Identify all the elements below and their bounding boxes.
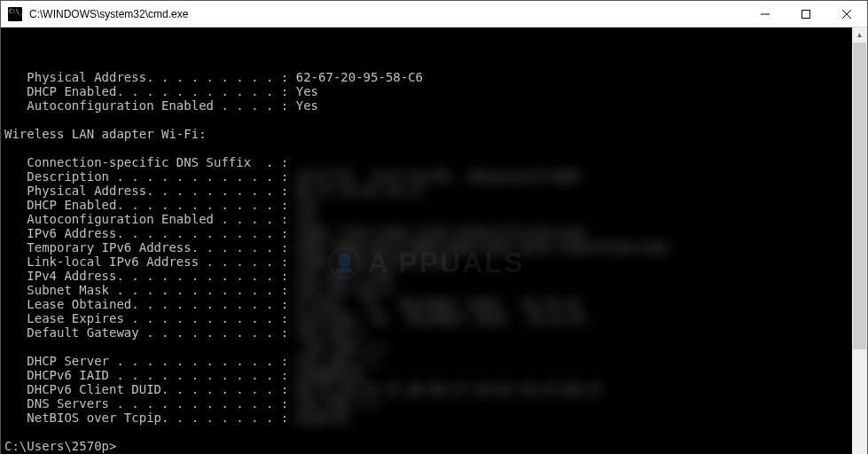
field-label: DHCP Enabled. . . . . . . . . . . :: [27, 198, 288, 212]
field-label: Lease Obtained. . . . . . . . . . :: [27, 297, 288, 311]
field-label: Description . . . . . . . . . . . :: [27, 169, 288, 184]
terminal-line: DHCP Enabled. . . . . . . . . . . : Yes: [4, 198, 852, 212]
field-value: Friday, 15. November 2019, 10:15:42: [288, 297, 580, 311]
field-value: fe80::712e:5303:1128:7145%11(Preferred): [288, 226, 587, 240]
field-value: Yes: [288, 98, 318, 113]
field-value: Enabled: [288, 411, 348, 425]
terminal-line: [4, 141, 852, 155]
field-label: Autoconfiguration Enabled . . . . :: [27, 212, 288, 226]
field-value: 00-01-00-01-1C-AE-00-27-10-01-10-C3-00-2…: [288, 382, 602, 396]
field-value: Yes: [288, 84, 318, 98]
terminal-line: Autoconfiguration Enabled . . . . : Yes: [4, 212, 852, 226]
terminal-line: Physical Address. . . . . . . . . : 00-2…: [4, 184, 852, 198]
field-label: IPv6 Address. . . . . . . . . . . :: [27, 226, 288, 240]
terminal-line: Physical Address. . . . . . . . . : 62-6…: [4, 70, 852, 84]
terminal-line: Link-local IPv6 Address . . . . . : fe80…: [4, 254, 852, 269]
field-value: 192.168.1: [288, 325, 363, 340]
terminal-line: IPv4 Address. . . . . . . . . . . : 192.…: [4, 269, 852, 283]
field-label: Link-local IPv6 Address . . . . . :: [27, 254, 288, 269]
terminal-line: DHCPv6 Client DUID. . . . . . . . : 00-0…: [4, 382, 852, 396]
prompt-text: C:\Users\2570p>: [4, 439, 116, 453]
field-label: Default Gateway . . . . . . . . . :: [27, 325, 288, 340]
field-label: Physical Address. . . . . . . . . :: [27, 184, 288, 198]
field-label: DNS Servers . . . . . . . . . . . :: [27, 396, 288, 411]
field-label: DHCPv6 Client DUID. . . . . . . . :: [27, 382, 288, 396]
field-value: 192.168.1.1: [288, 396, 378, 411]
field-value: 2001:0db8:85a3:0000:0000:8a2e:0370:7334(…: [288, 240, 669, 254]
terminal-line: Lease Expires . . . . . . . . . . : Satu…: [4, 311, 852, 325]
maximize-button[interactable]: [786, 1, 826, 27]
field-label: DHCP Server . . . . . . . . . . . :: [27, 354, 288, 368]
field-value: Saturday, 16. November 2019, 10:15:41: [288, 311, 587, 325]
vertical-scrollbar[interactable]: ▲ ▼: [852, 27, 867, 454]
terminal-output[interactable]: Physical Address. . . . . . . . . : 62-6…: [1, 27, 852, 454]
cmd-window: C:\WINDOWS\system32\cmd.exe Physical Add…: [0, 0, 868, 454]
field-value: Intel(R) Centrino(R) Advanced-N 6205: [288, 169, 580, 184]
close-button[interactable]: [826, 1, 867, 27]
terminal-line: NetBIOS over Tcpip. . . . . . . . : Enab…: [4, 411, 852, 425]
field-value: 192.168.1.1: [288, 354, 378, 368]
field-value: 62-67-20-95-58-C6: [288, 70, 423, 84]
terminal-line: [4, 113, 852, 127]
terminal-line: Wireless LAN adapter Wi-Fi:: [4, 127, 852, 141]
terminal-line: Subnet Mask . . . . . . . . . . . : 255.…: [4, 283, 852, 297]
terminal-line: Temporary IPv6 Address. . . . . . : 2001…: [4, 240, 852, 254]
terminal-line: Description . . . . . . . . . . . : Inte…: [4, 169, 852, 184]
terminal-line: IPv6 Address. . . . . . . . . . . : fe80…: [4, 226, 852, 240]
field-label: Autoconfiguration Enabled . . . . :: [27, 98, 288, 113]
field-label: DHCPv6 IAID . . . . . . . . . . . :: [27, 368, 288, 382]
minimize-button[interactable]: [745, 1, 786, 27]
field-label: Connection-specific DNS Suffix . :: [27, 155, 288, 169]
scroll-thumb[interactable]: [853, 43, 866, 349]
terminal-line: [4, 425, 852, 439]
cmd-icon: [8, 7, 22, 21]
field-label: IPv4 Address. . . . . . . . . . . :: [27, 269, 288, 283]
field-value: 255.255.255.0: [288, 283, 393, 297]
field-label: Subnet Mask . . . . . . . . . . . :: [27, 283, 288, 297]
field-label: Lease Expires . . . . . . . . . . :: [27, 311, 288, 325]
field-value: 192.168.1.105: [288, 269, 393, 283]
field-label: Wireless LAN adapter Wi-Fi:: [4, 127, 207, 141]
field-label: NetBIOS over Tcpip. . . . . . . . :: [27, 411, 288, 425]
scroll-track[interactable]: [852, 43, 867, 454]
window-title: C:\WINDOWS\system32\cmd.exe: [29, 8, 188, 20]
terminal-line: DHCPv6 IAID . . . . . . . . . . . : 2348…: [4, 368, 852, 382]
field-label: DHCP Enabled. . . . . . . . . . . :: [27, 84, 288, 98]
field-value: 192.168.1.1: [27, 340, 386, 354]
field-value: 00-27-10-01-10-C3: [288, 184, 423, 198]
titlebar[interactable]: C:\WINDOWS\system32\cmd.exe: [1, 1, 867, 27]
field-value: fe80::1%11(Preferred): [288, 254, 452, 269]
terminal-line: DHCP Server . . . . . . . . . . . : 192.…: [4, 354, 852, 368]
terminal-line: DNS Servers . . . . . . . . . . . : 192.…: [4, 396, 852, 411]
field-value: Yes: [288, 212, 318, 226]
terminal-line: Connection-specific DNS Suffix . :: [4, 155, 852, 169]
terminal-line: Default Gateway . . . . . . . . . : 192.…: [4, 325, 852, 340]
field-value: Yes: [288, 198, 318, 212]
field-label: Temporary IPv6 Address. . . . . . :: [27, 240, 288, 254]
svg-rect-1: [802, 10, 810, 18]
terminal-line: DHCP Enabled. . . . . . . . . . . : Yes: [4, 84, 852, 98]
terminal-line: 192.168.1.1: [4, 340, 852, 354]
terminal-line: Lease Obtained. . . . . . . . . . : Frid…: [4, 297, 852, 311]
scroll-up-button[interactable]: ▲: [852, 27, 867, 43]
terminal-prompt[interactable]: C:\Users\2570p>: [4, 439, 852, 453]
client-area: Physical Address. . . . . . . . . : 62-6…: [1, 27, 867, 454]
field-label: Physical Address. . . . . . . . . :: [27, 70, 288, 84]
field-value: 234889216: [288, 368, 363, 382]
terminal-line: Autoconfiguration Enabled . . . . : Yes: [4, 98, 852, 113]
